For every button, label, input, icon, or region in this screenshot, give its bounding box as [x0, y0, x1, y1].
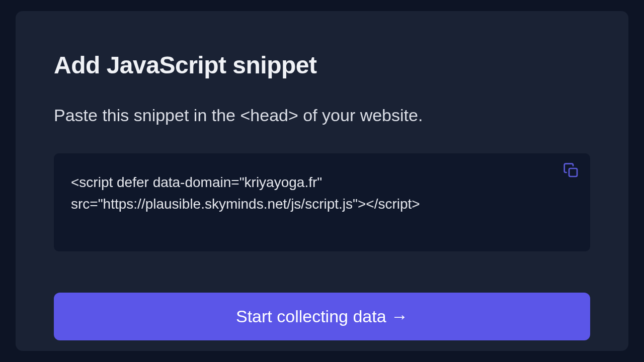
copy-button[interactable] — [561, 160, 581, 180]
page-title: Add JavaScript snippet — [54, 51, 590, 79]
code-snippet-block: <script defer data-domain="kriyayoga.fr"… — [54, 153, 590, 251]
copy-icon — [563, 162, 579, 178]
instruction-before: Paste this snippet in the — [54, 106, 240, 125]
code-snippet-text[interactable]: <script defer data-domain="kriyayoga.fr"… — [71, 171, 573, 215]
start-collecting-button[interactable]: Start collecting data → — [54, 293, 590, 340]
instruction-after: of your website. — [298, 106, 423, 125]
instruction-text: Paste this snippet in the <head> of your… — [54, 104, 590, 127]
instruction-code: <head> — [240, 106, 298, 125]
start-button-label: Start collecting data → — [236, 307, 408, 326]
setup-panel: Add JavaScript snippet Paste this snippe… — [16, 11, 628, 351]
svg-rect-0 — [569, 168, 577, 176]
